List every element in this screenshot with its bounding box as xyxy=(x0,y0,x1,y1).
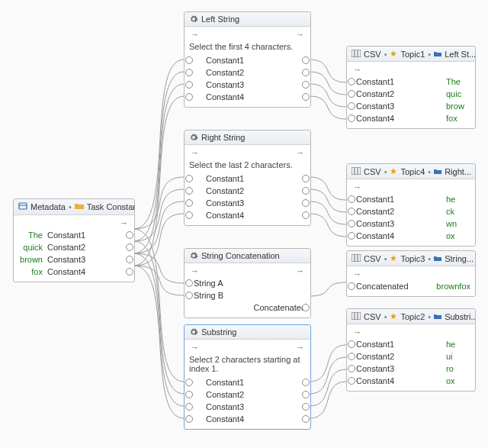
port-icon xyxy=(126,243,133,251)
port-icon xyxy=(185,199,193,207)
flow-direction: → xyxy=(18,218,130,229)
port-icon xyxy=(348,365,355,372)
io-row: Constant4 xyxy=(189,91,306,102)
port-icon xyxy=(185,81,193,89)
port-icon xyxy=(348,90,355,98)
node-header[interactable]: Left String xyxy=(185,12,310,27)
io-row: Constant4 xyxy=(189,209,306,221)
node-header[interactable]: CSV• ★ Topic3• String... xyxy=(347,251,475,266)
output-row: TheConstant1 xyxy=(18,229,130,240)
port-icon xyxy=(185,379,193,386)
input-row: Constant3wn xyxy=(352,218,470,229)
node-metadata[interactable]: Metadata • Task Constants → TheConstant1… xyxy=(13,198,135,282)
flow-direction: → xyxy=(352,182,470,193)
node-header[interactable]: Metadata • Task Constants xyxy=(14,199,134,215)
output-row: foxConstant4 xyxy=(18,266,130,277)
port-icon xyxy=(302,69,310,76)
port-icon xyxy=(185,69,193,76)
io-row: Constant2 xyxy=(189,185,306,196)
star-icon: ★ xyxy=(390,253,397,263)
header-part: Task Constants xyxy=(87,202,134,211)
header-part: Right... xyxy=(445,167,471,176)
node-concat[interactable]: String Concatenation →→ String A String … xyxy=(184,248,311,318)
input-row: Constant2ui xyxy=(352,350,470,362)
input-row: Constant1he xyxy=(352,193,470,205)
node-topic2[interactable]: CSV• ★ Topic2• Substri... → Constant1he … xyxy=(346,308,476,392)
node-right-string[interactable]: Right String →→ Select the last 2 charac… xyxy=(184,130,311,226)
svg-rect-2 xyxy=(352,50,361,57)
node-header[interactable]: Right String xyxy=(185,131,310,145)
svg-rect-5 xyxy=(352,167,361,175)
io-row: Constant3 xyxy=(189,197,306,208)
io-row: Constant1 xyxy=(189,172,306,184)
metadata-icon xyxy=(18,201,27,212)
svg-rect-11 xyxy=(352,312,361,320)
node-title: Substring xyxy=(201,327,236,337)
input-row: String B xyxy=(189,289,306,301)
port-icon xyxy=(126,268,133,276)
node-header[interactable]: String Concatenation xyxy=(185,249,310,263)
flow-direction: → xyxy=(352,327,470,338)
io-row: Constant3 xyxy=(189,79,306,90)
flow-direction: → xyxy=(352,65,470,76)
node-header[interactable]: CSV• ★ Topic4• Right... xyxy=(347,164,475,179)
port-icon xyxy=(185,403,193,411)
port-icon xyxy=(302,187,310,195)
io-row: Constant1 xyxy=(189,376,306,388)
node-description: Select the last 2 characters. xyxy=(189,160,306,169)
port-icon xyxy=(302,391,310,398)
port-icon xyxy=(302,211,310,219)
node-topic4[interactable]: CSV• ★ Topic4• Right... → Constant1he Co… xyxy=(346,163,476,247)
port-icon xyxy=(348,377,355,385)
star-icon: ★ xyxy=(390,311,397,321)
input-row: Constant2quic xyxy=(352,88,470,99)
port-icon xyxy=(348,114,355,122)
node-header[interactable]: CSV• ★ Topic1• Left St... xyxy=(347,47,475,62)
star-icon: ★ xyxy=(390,49,397,59)
input-row: Constant3brow xyxy=(352,100,470,111)
port-icon xyxy=(185,211,193,219)
port-icon xyxy=(348,340,355,348)
port-icon xyxy=(302,93,310,101)
input-row: String A xyxy=(189,277,306,288)
csv-icon xyxy=(352,312,361,321)
csv-icon xyxy=(352,167,361,176)
port-icon xyxy=(302,403,310,411)
port-icon xyxy=(185,175,193,182)
separator-icon: • xyxy=(69,202,72,211)
input-row: Constant3ro xyxy=(352,363,470,374)
flow-direction: →→ xyxy=(189,148,306,159)
header-part: CSV xyxy=(364,312,381,321)
svg-rect-0 xyxy=(19,203,27,209)
port-icon xyxy=(302,56,310,64)
input-row: Concatenatedbrownfox xyxy=(352,280,470,292)
header-part: Topic4 xyxy=(400,167,425,176)
flow-direction: → xyxy=(352,269,470,280)
node-header[interactable]: Substring xyxy=(185,325,310,340)
flow-direction: →→ xyxy=(189,343,306,353)
port-icon xyxy=(126,231,133,239)
node-topic3[interactable]: CSV• ★ Topic3• String... → Concatenatedb… xyxy=(346,250,476,297)
folder-icon xyxy=(434,167,441,176)
input-row: Constant4ox xyxy=(352,230,470,241)
io-row: Constant1 xyxy=(189,54,306,66)
gear-icon xyxy=(189,327,198,337)
gear-icon xyxy=(189,15,198,24)
port-icon xyxy=(348,282,355,290)
port-icon xyxy=(302,199,310,207)
node-left-string[interactable]: Left String →→ Select the first 4 charac… xyxy=(184,11,311,108)
svg-rect-8 xyxy=(352,254,361,262)
node-title: Right String xyxy=(201,133,245,142)
port-icon xyxy=(348,232,355,240)
port-icon xyxy=(302,304,310,311)
node-header[interactable]: CSV• ★ Topic2• Substri... xyxy=(347,309,475,324)
flow-direction: →→ xyxy=(189,266,306,277)
port-icon xyxy=(126,256,133,263)
header-part: CSV xyxy=(364,50,381,59)
flow-canvas[interactable]: Metadata • Task Constants → TheConstant1… xyxy=(0,0,488,448)
port-icon xyxy=(302,415,310,423)
node-topic1[interactable]: CSV• ★ Topic1• Left St... → Constant1The… xyxy=(346,46,476,129)
node-substring[interactable]: Substring →→ Select 2 characters startin… xyxy=(184,324,311,430)
header-part: String... xyxy=(445,254,474,263)
io-row: Constant4 xyxy=(189,413,306,424)
